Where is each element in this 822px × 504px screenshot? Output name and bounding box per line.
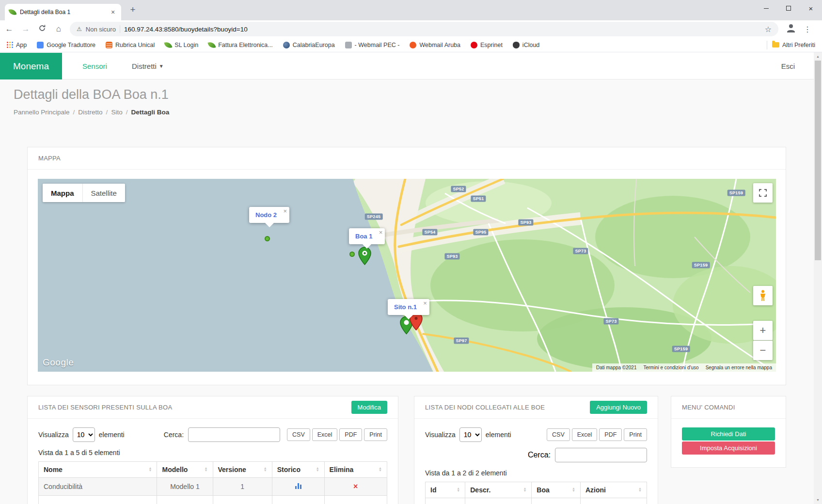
sensors-search-input[interactable] (188, 427, 280, 442)
infowindow-close-icon[interactable]: × (379, 229, 383, 236)
page-scrollbar[interactable]: ▲ ▼ (814, 52, 822, 504)
map-card: MAPPA (27, 147, 786, 385)
column-header-nome[interactable]: Nome▲▼ (39, 462, 157, 478)
map-type-satellite-button[interactable]: Satellite (83, 184, 125, 202)
forward-icon[interactable]: → (18, 24, 33, 34)
node-marker-dot[interactable] (349, 252, 355, 257)
export-csv-button[interactable]: CSV (287, 428, 310, 441)
set-acquisitions-button[interactable]: Imposta Acquisizioni (682, 441, 775, 455)
other-favorites[interactable]: Altri Preferiti (772, 42, 815, 48)
map-terms-link[interactable]: Termini e condizioni d'uso (643, 365, 698, 370)
infowindow-close-icon[interactable]: × (423, 299, 427, 307)
maximize-button[interactable] (777, 0, 800, 16)
export-excel-button[interactable]: Excel (572, 428, 598, 441)
length-label: Visualizza (425, 431, 456, 439)
google-logo[interactable]: Google (43, 357, 74, 368)
zoom-in-button[interactable]: + (753, 321, 773, 340)
pegman-button[interactable] (753, 286, 773, 305)
url-text[interactable]: 160.97.24.43:8580/buoydetails?buoyid=10 (124, 26, 761, 33)
bookmark-item[interactable]: Google Traduttore (37, 42, 95, 48)
bookmark-item[interactable]: iCloud (513, 42, 539, 48)
nodes-search-input[interactable] (555, 448, 647, 462)
page-length-select[interactable]: 10 (73, 427, 95, 442)
map-report-error-link[interactable]: Segnala un errore nella mappa (706, 365, 772, 370)
request-data-button[interactable]: Richiedi Dati (682, 427, 775, 441)
buoy-marker-green-pin[interactable] (358, 247, 371, 265)
column-header-elimina[interactable]: Elimina▲▼ (324, 462, 387, 478)
bookmark-item[interactable]: Webmail Aruba (410, 42, 460, 48)
back-icon[interactable]: ← (2, 24, 16, 34)
apps-shortcut[interactable]: App (7, 42, 27, 48)
column-header-id[interactable]: Id▲▼ (426, 482, 465, 498)
history-chart-icon[interactable] (295, 483, 301, 489)
logout-link[interactable]: Esci (781, 53, 795, 79)
column-header-descr[interactable]: Descr.▲▼ (465, 482, 532, 498)
length-label-after: elementi (486, 431, 511, 439)
add-node-button[interactable]: Aggiungi Nuovo (590, 401, 647, 414)
bookmark-item[interactable]: - Webmail PEC - (345, 42, 400, 48)
bookmark-item[interactable]: Fattura Elettronica... (208, 42, 273, 48)
table-row (39, 496, 387, 504)
tab-close-icon[interactable]: × (109, 8, 117, 16)
page-content: Dettagli della BOA Boa n.1 Pannello Prin… (0, 79, 822, 504)
site-favicon-leaf-icon (8, 8, 16, 16)
nav-item-sensori[interactable]: Sensori (82, 53, 107, 79)
scrollbar-up-arrow[interactable]: ▲ (814, 52, 822, 61)
reload-icon[interactable] (35, 24, 49, 34)
cell-nome: Conducibilità (39, 478, 157, 496)
brand-logo[interactable]: Monema (0, 53, 62, 79)
minimize-button[interactable] (755, 0, 777, 16)
column-header-modello[interactable]: Modello▲▼ (157, 462, 213, 478)
home-icon[interactable]: ⌂ (51, 24, 66, 34)
new-tab-button[interactable]: + (127, 4, 139, 15)
node-marker-dot[interactable] (265, 236, 270, 241)
column-header-boa[interactable]: Boa▲▼ (532, 482, 581, 498)
map-canvas[interactable] (38, 179, 776, 372)
bookmark-label: iCloud (522, 42, 539, 48)
page-length-select[interactable]: 10 (459, 427, 482, 442)
column-header-storico[interactable]: Storico▲▼ (272, 462, 324, 478)
scrollbar-thumb[interactable] (815, 61, 821, 260)
export-buttons: CSV Excel PDF Print (547, 428, 647, 441)
bookmark-star-icon[interactable]: ☆ (765, 25, 772, 34)
edit-sensors-button[interactable]: Modifica (351, 401, 387, 414)
column-header-azioni[interactable]: Azioni▲▼ (580, 482, 647, 498)
sensors-card-header: LISTA DEI SENSORI PRESENTI SULLA BOA Mod… (28, 396, 398, 419)
bookmark-label: Google Traduttore (47, 42, 95, 48)
nav-item-distretti[interactable]: Distretti▼ (132, 53, 164, 79)
globe-favicon-icon (283, 42, 290, 48)
security-warning-icon[interactable]: ⚠ (77, 26, 82, 32)
browser-tab[interactable]: Dettagli della Boa 1 × (5, 4, 121, 20)
breadcrumb-item[interactable]: Pannello Principale (14, 109, 70, 116)
scrollbar-down-arrow[interactable]: ▼ (814, 496, 822, 504)
zoom-out-button[interactable]: − (753, 341, 773, 360)
cell-elimina: × (324, 478, 387, 496)
commands-card-header: MENU' COMANDI (671, 396, 786, 419)
breadcrumb-item[interactable]: Distretto (78, 109, 102, 116)
export-pdf-button[interactable]: PDF (339, 428, 362, 441)
column-header-versione[interactable]: Versione▲▼ (213, 462, 272, 478)
table-row: Conducibilità Modello 1 1 × (39, 478, 387, 496)
profile-avatar-icon[interactable] (785, 22, 797, 36)
close-button[interactable]: × (800, 0, 822, 16)
breadcrumb-item[interactable]: Sito (111, 109, 122, 116)
delete-icon[interactable]: × (353, 482, 358, 490)
address-bar[interactable]: ⚠ Non sicuro 160.97.24.43:8580/buoydetai… (70, 22, 778, 36)
fullscreen-button[interactable] (753, 183, 773, 203)
road-label: SP159 (692, 262, 710, 268)
leaf-favicon-icon (208, 41, 216, 49)
export-pdf-button[interactable]: PDF (599, 428, 622, 441)
export-print-button[interactable]: Print (364, 428, 387, 441)
bookmark-item[interactable]: SL Login (165, 42, 198, 48)
map-type-map-button[interactable]: Mappa (43, 184, 82, 202)
bookmark-item[interactable]: Rubrica Unical (106, 42, 155, 48)
browser-menu-icon[interactable]: ⋮ (802, 25, 813, 34)
sensors-search: Cerca: (164, 427, 280, 442)
export-print-button[interactable]: Print (624, 428, 647, 441)
export-csv-button[interactable]: CSV (547, 428, 570, 441)
export-excel-button[interactable]: Excel (312, 428, 338, 441)
bookmark-item[interactable]: CalabriaEuropa (283, 42, 335, 48)
google-map[interactable]: SP52 SP51 SP159 SP245 SP54 SP95 SP93 SP9… (38, 179, 776, 372)
infowindow-close-icon[interactable]: × (283, 207, 287, 215)
bookmark-item[interactable]: Esprinet (471, 42, 503, 48)
